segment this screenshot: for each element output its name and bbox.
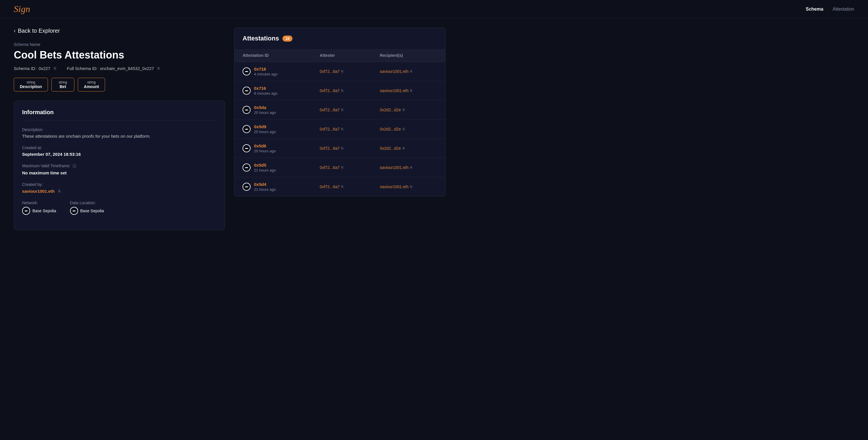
copy-recipient-icon-4[interactable]: ⎘ (403, 146, 405, 150)
copy-recipient-icon-0[interactable]: ⎘ (410, 69, 412, 73)
att-id-link-2[interactable]: 0x5da (254, 105, 276, 110)
info-network-label: Network: (22, 201, 56, 205)
att-attester-0[interactable]: 0xf72...6a7 (320, 69, 340, 74)
att-attester-6[interactable]: 0xf72...6a7 (320, 184, 340, 189)
att-attester-cell-6: 0xf72...6a7 ⎘ (312, 177, 372, 197)
attestations-card: Attestations 19 Attestation ID Attester … (234, 28, 445, 197)
nav-links: Schema Attestation (806, 7, 854, 12)
att-id-link-5[interactable]: 0x5d5 (254, 163, 276, 168)
att-recipient-5[interactable]: saviour1001.eth (380, 165, 409, 170)
att-recipient-cell-2: 0x2d2...d2e ⎘ (372, 100, 445, 120)
info-created-at-label: Created at: (22, 145, 217, 150)
table-row[interactable]: 0x5d4 21 hours ago 0xf72...6a7 ⎘ saviour… (235, 177, 445, 197)
att-recipient-cell-0: saviour1001.eth ⎘ (372, 62, 445, 81)
att-id-link-4[interactable]: 0x5d6 (254, 143, 276, 148)
att-id-cell-5: 0x5d5 21 hours ago (235, 158, 312, 177)
copy-attester-icon-1[interactable]: ⎘ (341, 89, 343, 93)
table-row[interactable]: 0x718 4 minutes ago 0xf72...6a7 ⎘ saviou… (235, 62, 445, 81)
table-row[interactable]: 0x5da 20 hours ago 0xf72...6a7 ⎘ 0x2d2..… (235, 100, 445, 120)
att-attester-5[interactable]: 0xf72...6a7 (320, 165, 340, 170)
info-created-at-field: Created at: September 07, 2024 18:53:16 (22, 145, 217, 157)
copy-full-schema-id-icon[interactable]: ⎘ (156, 66, 161, 71)
att-attester-2[interactable]: 0xf72...6a7 (320, 108, 340, 112)
att-id-link-1[interactable]: 0x716 (254, 86, 278, 91)
att-id-link-3[interactable]: 0x5d9 (254, 124, 276, 129)
att-id-link-6[interactable]: 0x5d4 (254, 182, 276, 187)
att-attester-1[interactable]: 0xf72...6a7 (320, 88, 340, 93)
site-logo: Sign (14, 4, 30, 14)
full-schema-id-value: onchain_evm_84532_0x227 (100, 66, 154, 71)
att-time-1: 8 minutes ago (254, 91, 278, 96)
schema-id-label: Schema ID: (14, 66, 36, 71)
att-id-cell-6: 0x5d4 21 hours ago (235, 177, 312, 197)
nav-schema[interactable]: Schema (806, 7, 823, 12)
network-badge: Base Sepolia (22, 207, 56, 215)
network-icon-inner (25, 210, 28, 211)
table-header-row: Attestation ID Attester Recipient(s) (235, 49, 445, 62)
info-max-timeframe-field: Maximum Valid Timeframe: ⓘ No maximum ti… (22, 164, 217, 175)
copy-attester-icon-3[interactable]: ⎘ (341, 127, 343, 131)
network-value: Base Sepolia (32, 208, 56, 213)
att-attester-4[interactable]: 0xf72...6a7 (320, 146, 340, 150)
copy-recipient-icon-1[interactable]: ⎘ (410, 89, 412, 93)
attestations-table: Attestation ID Attester Recipient(s) 0x7… (235, 49, 445, 196)
schema-id-item: Schema ID: 0x227 ⎘ (14, 66, 58, 71)
field-type-amount: string (87, 80, 96, 84)
copy-attester-icon-6[interactable]: ⎘ (341, 185, 343, 189)
network-data-location-row: Network: Base Sepolia Data Location: (22, 201, 217, 222)
att-recipient-cell-5: saviour1001.eth ⎘ (372, 158, 445, 177)
back-arrow-icon: ‹ (14, 28, 16, 34)
field-name-description: Description (20, 84, 42, 89)
schema-name-label: Schema Name (14, 42, 225, 47)
copy-recipient-icon-2[interactable]: ⎘ (403, 108, 405, 112)
att-attester-3[interactable]: 0xf72...6a7 (320, 127, 340, 131)
att-recipient-cell-6: saviour1001.eth ⎘ (372, 177, 445, 197)
table-body: 0x718 4 minutes ago 0xf72...6a7 ⎘ saviou… (235, 62, 445, 197)
copy-attester-icon-2[interactable]: ⎘ (341, 108, 343, 112)
info-description-value: These attestations are onchain proofs fo… (22, 134, 217, 139)
col-attester: Attester (312, 49, 372, 62)
back-link[interactable]: ‹ Back to Explorer (14, 28, 225, 34)
table-row[interactable]: 0x5d9 20 hours ago 0xf72...6a7 ⎘ 0x2d2..… (235, 120, 445, 139)
copy-recipient-icon-3[interactable]: ⎘ (403, 127, 405, 131)
table-row[interactable]: 0x5d6 20 hours ago 0xf72...6a7 ⎘ 0x2d2..… (235, 139, 445, 158)
copy-creator-icon[interactable]: ⎘ (57, 189, 62, 194)
schema-title: Cool Bets Attestations (14, 49, 225, 61)
field-name-amount: Amount (84, 84, 99, 89)
info-data-location-field: Data Location: Base Sepolia (70, 201, 104, 215)
att-recipient-3[interactable]: 0x2d2...d2e (380, 127, 401, 131)
att-recipient-6[interactable]: saviour1001.eth (380, 184, 409, 189)
info-card-title: Information (22, 109, 217, 121)
table-header: Attestation ID Attester Recipient(s) (235, 49, 445, 62)
left-panel: ‹ Back to Explorer Schema Name Cool Bets… (14, 28, 225, 230)
copy-recipient-icon-6[interactable]: ⎘ (410, 185, 412, 189)
table-row[interactable]: 0x5d5 21 hours ago 0xf72...6a7 ⎘ saviour… (235, 158, 445, 177)
att-row-icon-5 (243, 164, 251, 172)
att-attester-cell-3: 0xf72...6a7 ⎘ (312, 120, 372, 139)
copy-attester-icon-0[interactable]: ⎘ (341, 69, 343, 73)
copy-schema-id-icon[interactable]: ⎘ (53, 66, 58, 71)
att-id-link-0[interactable]: 0x718 (254, 67, 278, 71)
att-time-5: 21 hours ago (254, 168, 276, 172)
field-type-bet: string (59, 80, 67, 84)
timeframe-help-icon[interactable]: ⓘ (73, 164, 76, 168)
att-recipient-1[interactable]: saviour1001.eth (380, 88, 409, 93)
att-time-4: 20 hours ago (254, 149, 276, 153)
att-recipient-0[interactable]: saviour1001.eth (380, 69, 409, 74)
navbar: Sign Schema Attestation (0, 0, 868, 19)
attestations-count-badge: 19 (282, 36, 292, 42)
copy-recipient-icon-5[interactable]: ⎘ (410, 166, 412, 170)
att-recipient-2[interactable]: 0x2d2...d2e (380, 108, 401, 112)
att-recipient-4[interactable]: 0x2d2...d2e (380, 146, 401, 150)
att-recipient-cell-3: 0x2d2...d2e ⎘ (372, 120, 445, 139)
copy-attester-icon-4[interactable]: ⎘ (341, 146, 343, 150)
info-created-by-label: Created by: (22, 182, 217, 187)
full-schema-id-label: Full Schema ID: (67, 66, 98, 71)
field-tag-bet: string Bet (51, 78, 74, 92)
nav-attestation[interactable]: Attestation (832, 7, 854, 12)
info-created-by-value[interactable]: saviour1001.eth (22, 189, 55, 194)
att-row-icon-6 (243, 183, 251, 191)
table-row[interactable]: 0x716 8 minutes ago 0xf72...6a7 ⎘ saviou… (235, 81, 445, 100)
att-time-0: 4 minutes ago (254, 72, 278, 76)
copy-attester-icon-5[interactable]: ⎘ (341, 166, 343, 170)
